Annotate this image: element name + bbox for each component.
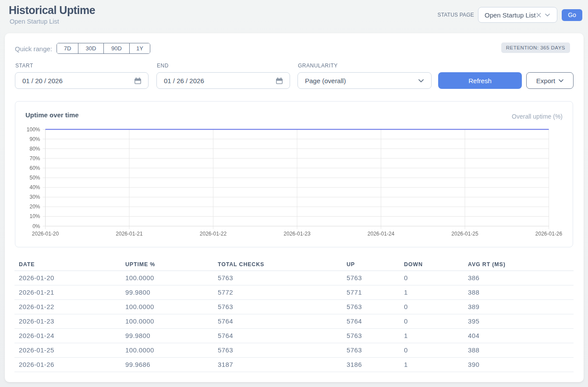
svg-text:20%: 20% — [29, 204, 40, 210]
svg-text:30%: 30% — [29, 194, 40, 200]
svg-text:50%: 50% — [29, 175, 40, 181]
svg-text:2026-01-23: 2026-01-23 — [283, 231, 311, 237]
svg-text:2026-01-26: 2026-01-26 — [535, 231, 563, 237]
svg-text:0%: 0% — [32, 223, 40, 229]
svg-text:60%: 60% — [29, 165, 40, 171]
svg-text:100%: 100% — [27, 127, 40, 133]
svg-text:2026-01-22: 2026-01-22 — [200, 231, 227, 237]
svg-text:40%: 40% — [29, 184, 40, 190]
svg-text:80%: 80% — [29, 146, 40, 152]
svg-text:10%: 10% — [29, 213, 40, 219]
svg-text:2026-01-25: 2026-01-25 — [451, 231, 478, 237]
svg-text:2026-01-24: 2026-01-24 — [368, 231, 395, 237]
svg-text:2026-01-20: 2026-01-20 — [32, 231, 59, 237]
svg-text:2026-01-21: 2026-01-21 — [116, 231, 143, 237]
svg-text:70%: 70% — [29, 155, 40, 162]
svg-text:90%: 90% — [29, 136, 40, 142]
